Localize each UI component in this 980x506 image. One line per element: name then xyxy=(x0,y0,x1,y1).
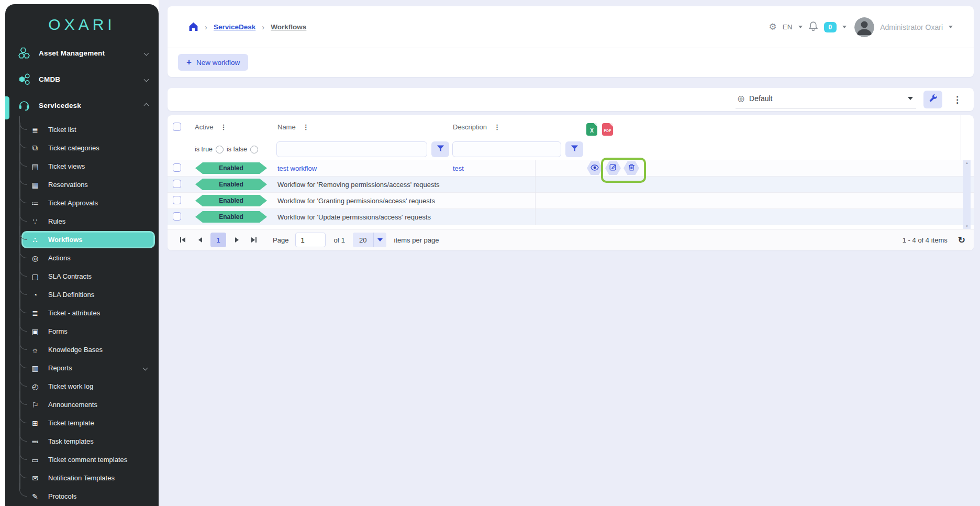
previous-page-button[interactable] xyxy=(193,233,207,247)
chevron-down-icon[interactable] xyxy=(949,26,953,28)
next-page-button[interactable] xyxy=(230,233,243,247)
edit-button[interactable] xyxy=(605,161,621,175)
chevron-down-icon[interactable] xyxy=(798,26,803,28)
page-number-input[interactable] xyxy=(295,233,326,247)
notification-count-badge[interactable]: 0 xyxy=(824,22,837,32)
home-icon[interactable] xyxy=(188,21,198,32)
page-of-label: of 1 xyxy=(333,236,345,244)
topbar-controls: ⚙ EN 0 Admini xyxy=(769,17,953,37)
first-page-button[interactable] xyxy=(176,233,190,247)
is-true-radio[interactable] xyxy=(216,146,224,153)
sidebar-item-label: Knowledge Bases xyxy=(48,346,103,354)
is-true-label: is true xyxy=(195,146,213,153)
new-workflow-button[interactable]: + New workflow xyxy=(178,54,248,71)
scroll-down-icon[interactable]: ▼ xyxy=(965,225,968,228)
scroll-up-icon[interactable]: ▲ xyxy=(965,161,968,164)
user-name[interactable]: Administrator Oxari xyxy=(880,23,943,31)
page-size-select[interactable]: 20 xyxy=(353,233,386,247)
row-checkbox[interactable] xyxy=(173,212,181,221)
sidebar-group-servicedesk[interactable]: Servicedesk xyxy=(5,92,159,118)
delete-button[interactable] xyxy=(623,161,639,175)
table-row[interactable]: EnabledWorkflow for 'Granting permission… xyxy=(168,193,974,209)
export-pdf-icon[interactable]: PDF xyxy=(602,123,613,136)
breadcrumb-link-servicedesk[interactable]: ServiceDesk xyxy=(214,23,255,31)
sidebar-item-ticket-categories[interactable]: ⧉Ticket categories xyxy=(5,139,159,157)
sidebar-item-label: SLA Contracts xyxy=(48,272,92,280)
column-menu-icon[interactable]: ⋮ xyxy=(220,123,227,131)
table-row[interactable]: EnabledWorkflow for 'Removing permission… xyxy=(168,177,974,193)
export-buttons: X PDF xyxy=(586,123,613,136)
tree-connector xyxy=(19,171,27,185)
tree-connector xyxy=(19,208,27,222)
sidebar-item-knowledge-bases[interactable]: ☼Knowledge Bases xyxy=(5,340,159,359)
sidebar-item-sla-definitions[interactable]: ◔SLA Definitions xyxy=(5,285,159,304)
sidebar-item-sla-contracts[interactable]: ▢SLA Contracts xyxy=(5,267,159,285)
select-all-checkbox[interactable] xyxy=(173,123,181,131)
export-excel-icon[interactable]: X xyxy=(586,123,597,136)
tree-connector xyxy=(19,263,27,277)
breadcrumb-current-workflows[interactable]: Workflows xyxy=(271,23,306,31)
view-button[interactable] xyxy=(587,161,603,175)
chevron-down-icon[interactable] xyxy=(842,26,847,28)
tree-connector xyxy=(19,391,27,405)
sidebar-item-forms[interactable]: ▣Forms xyxy=(5,322,159,340)
sidebar-item-notification-templates[interactable]: ✉Notification Templates xyxy=(5,469,159,487)
tree-connector xyxy=(19,245,27,258)
description-filter-input[interactable] xyxy=(452,141,561,157)
sidebar-item-ticket-work-log[interactable]: ◴Ticket work log xyxy=(5,377,159,395)
sidebar-item-workflows[interactable]: ∴Workflows xyxy=(5,230,159,249)
sidebar-item-ticket-attributes[interactable]: ≣Ticket - attributes xyxy=(5,304,159,322)
idea-icon: ☼ xyxy=(29,346,41,354)
sidebar-group-asset-management[interactable]: Asset Management xyxy=(5,40,159,66)
column-header-name[interactable]: Name xyxy=(277,123,296,131)
bell-icon[interactable] xyxy=(808,21,818,33)
column-header-description[interactable]: Description xyxy=(453,123,487,131)
headset-icon xyxy=(18,99,30,112)
current-page-button[interactable]: 1 xyxy=(210,233,226,247)
refresh-icon[interactable]: ↻ xyxy=(958,235,965,246)
row-checkbox[interactable] xyxy=(173,180,181,188)
sidebar-item-ticket-views[interactable]: ▤Ticket views xyxy=(5,157,159,175)
stopwatch-icon: ◔ xyxy=(29,291,41,299)
more-options-button[interactable]: ⋮ xyxy=(950,94,965,105)
breadcrumb: › ServiceDesk › Workflows xyxy=(188,21,306,32)
sidebar-item-ticket-template[interactable]: ⊞Ticket template xyxy=(5,414,159,432)
sidebar-item-rules[interactable]: ∵Rules xyxy=(5,212,159,230)
target-icon: ◎ xyxy=(29,254,41,262)
sidebar-item-task-templates[interactable]: ≕Task templates xyxy=(5,432,159,450)
column-menu-icon[interactable]: ⋮ xyxy=(303,123,310,131)
name-filter-input[interactable] xyxy=(276,141,427,157)
view-selector-dropdown[interactable]: ◎ Default xyxy=(736,91,916,108)
gear-icon[interactable]: ⚙ xyxy=(769,21,776,32)
table-row[interactable]: EnabledWorkflow for 'Update permissions/… xyxy=(168,209,974,225)
comment-template-icon: ▭ xyxy=(29,456,41,464)
table-row[interactable]: Enabledtest workflowtest xyxy=(168,160,974,177)
workflow-name[interactable]: test workflow xyxy=(277,164,453,172)
sidebar-item-announcements[interactable]: ⚐Announcements xyxy=(5,395,159,414)
avatar[interactable] xyxy=(854,17,874,37)
table-scrollbar[interactable]: ▲ ▼ xyxy=(963,160,971,229)
calendar-icon: ▦ xyxy=(29,181,41,189)
column-menu-icon[interactable]: ⋮ xyxy=(494,123,501,131)
sidebar-item-protocols[interactable]: ✎Protocols xyxy=(5,487,159,505)
contract-icon: ▢ xyxy=(29,272,41,281)
column-header-active[interactable]: Active xyxy=(195,123,213,131)
sidebar-item-ticket-list[interactable]: ≣Ticket list xyxy=(5,120,159,139)
sidebar-item-actions[interactable]: ◎Actions xyxy=(5,249,159,267)
row-checkbox[interactable] xyxy=(173,196,181,204)
sidebar-item-ticket-comment-templates[interactable]: ▭Ticket comment templates xyxy=(5,450,159,469)
tree-connector xyxy=(19,300,27,313)
row-checkbox[interactable] xyxy=(173,163,181,172)
header-card: › ServiceDesk › Workflows ⚙ EN 0 xyxy=(168,6,974,77)
sidebar-item-reservations[interactable]: ▦Reservations xyxy=(5,175,159,194)
sidebar-group-cmdb[interactable]: CMDB xyxy=(5,66,159,92)
sidebar-item-label: Reports xyxy=(48,364,72,372)
sidebar-item-ticket-approvals[interactable]: ≔Ticket Approvals xyxy=(5,194,159,212)
description-filter-button[interactable] xyxy=(565,141,583,157)
sidebar-item-reports[interactable]: ▥Reports xyxy=(5,359,159,377)
language-selector[interactable]: EN xyxy=(783,23,793,31)
is-false-radio[interactable] xyxy=(250,146,258,153)
grid-settings-button[interactable] xyxy=(923,91,942,108)
name-filter-button[interactable] xyxy=(431,141,449,157)
last-page-button[interactable] xyxy=(247,233,261,247)
